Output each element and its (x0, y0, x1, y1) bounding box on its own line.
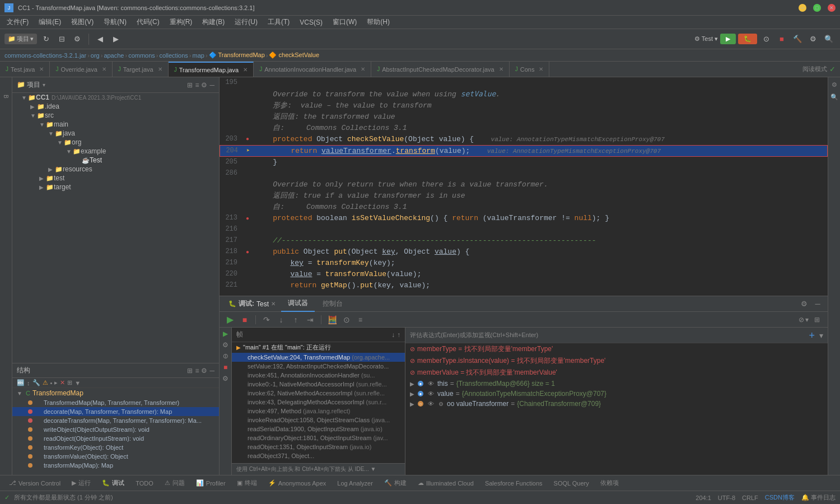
frame-checksetvalue[interactable]: checkSetValue:204, TransformedMap (org.a… (232, 353, 405, 362)
step-out-button[interactable]: ↑ (290, 314, 302, 326)
debug-more-mini[interactable]: ⚙ (222, 375, 228, 382)
breadcrumb-apache[interactable]: apache (104, 52, 124, 59)
close-button[interactable]: ✕ (828, 4, 836, 12)
struct-btn-8[interactable]: ⊞ (67, 379, 72, 386)
breadcrumb-commons[interactable]: commons (128, 52, 155, 59)
var-this[interactable]: ▶ ● 👁 this = {TransformedMap@666} size =… (405, 379, 828, 389)
debug-resume-button[interactable]: ▶ (224, 314, 236, 326)
frames-tool-2[interactable]: ↑ (397, 331, 400, 339)
struct-item-transformvalue[interactable]: transformValue(Object): Object (12, 452, 219, 461)
breakpoint-203[interactable]: ● (246, 135, 249, 143)
debug-stop-button[interactable]: ■ (239, 314, 251, 326)
var-membertype-instance[interactable]: ⊘ memberType.isInstance(value) = 找不到局部变量… (405, 355, 828, 367)
tree-item-main[interactable]: ▼ 📁 main (12, 120, 219, 129)
var-membertype[interactable]: ⊘ memberType = 找不到局部变量'memberType' (405, 343, 828, 355)
struct-item-transformmap[interactable]: transformMap(Map): Map (12, 461, 219, 470)
menu-code[interactable]: 代码(C) (132, 16, 164, 28)
struct-item-readobject[interactable]: readObject(ObjectInputStream): void (12, 434, 219, 443)
event-log[interactable]: 🔔 事件日志 (801, 493, 836, 502)
show-all-threads-button[interactable]: ≡ (355, 316, 366, 324)
search-button[interactable]: 🔍 (822, 32, 836, 46)
menu-refactor[interactable]: 重构(R) (165, 16, 197, 28)
bottom-build[interactable]: 🔨 构建 (380, 478, 411, 488)
tree-item-idea[interactable]: ▶ 📁 .idea (12, 102, 219, 111)
debug-layout-button[interactable]: ⊞ (811, 314, 823, 326)
line-col-status[interactable]: 204:1 (696, 494, 711, 501)
debug-options-mini[interactable]: ⚙ (222, 341, 228, 349)
debug-settings-button[interactable]: ⚙ (799, 298, 810, 310)
show-exec-point-button[interactable]: ⊙ (340, 314, 353, 326)
struct-tool-1[interactable]: ⊞ (187, 367, 193, 375)
line-sep-status[interactable]: CRLF (742, 494, 758, 501)
collapse-all-button[interactable]: ⊟ (55, 32, 68, 46)
sync-button[interactable]: ↻ (39, 32, 53, 46)
tree-item-resources[interactable]: ▶ 📁 resources (12, 165, 219, 174)
debug-resume-mini[interactable]: ▶ (223, 330, 228, 338)
struct-btn-5[interactable]: • (50, 380, 53, 386)
coverage-button[interactable]: ⊙ (759, 32, 773, 46)
back-button[interactable]: ◀ (94, 32, 107, 46)
tab-cons-java[interactable]: J Cons ✕ (510, 62, 550, 77)
project-tool-2[interactable]: ≡ (195, 81, 199, 89)
struct-item-transformkey[interactable]: transformKey(Object): Object (12, 443, 219, 452)
tab-annotation-close[interactable]: ✕ (361, 66, 365, 72)
struct-item-constructor[interactable]: TransformedMap(Map, Transformer, Transfo… (12, 398, 219, 407)
menu-tools[interactable]: 工具(T) (263, 16, 294, 28)
struct-btn-4[interactable]: ⚠ (43, 379, 48, 386)
encoding-status[interactable]: UTF-8 (718, 494, 735, 501)
right-icon-2[interactable]: 🔍 (829, 92, 839, 102)
csdn-link[interactable]: CSDN博客 (765, 493, 795, 502)
tab-cons-close[interactable]: ✕ (539, 66, 543, 72)
frame-invokereadobject[interactable]: invokeReadObject:1058, ObjectStreamClass… (232, 416, 405, 424)
breadcrumb-transformedmap[interactable]: 🔷 TransformedMap (209, 52, 265, 59)
frame-invoke0[interactable]: invoke0:-1, NativeMethodAccessorImpl (su… (232, 380, 405, 389)
bottom-deps[interactable]: 依赖项 (596, 478, 623, 488)
tree-item-java[interactable]: ▼ 📁 java (12, 129, 219, 138)
read-mode-check[interactable]: ✓ (829, 65, 836, 73)
struct-btn-9[interactable]: ▼ (74, 380, 81, 386)
breadcrumb-checksetvalue[interactable]: 🔶 checkSetValue (269, 52, 319, 59)
run-to-cursor-button[interactable]: ⇥ (304, 314, 316, 326)
tree-item-org[interactable]: ▼ 📁 org (12, 138, 219, 147)
struct-btn-6[interactable]: ▸ (54, 379, 58, 386)
tab-test-java[interactable]: J Test.java ✕ (0, 62, 50, 77)
var-this-expand[interactable]: ▶ (410, 381, 414, 387)
tree-item-example[interactable]: ▼ 📁 example (12, 147, 219, 156)
stop-button[interactable]: ■ (775, 32, 788, 46)
step-over-button[interactable]: ↷ (260, 314, 273, 326)
forward-button[interactable]: ▶ (109, 32, 123, 46)
debug-minimize-button[interactable]: ─ (812, 298, 823, 310)
menu-file[interactable]: 文件(F) (2, 16, 33, 28)
project-tool-minimize[interactable]: ─ (209, 81, 214, 89)
bottom-log-analyzer[interactable]: Log Analyzer (333, 479, 377, 488)
debug-stop-mini[interactable]: ■ (223, 363, 227, 371)
struct-item-writeobject[interactable]: writeObject(ObjectOutputStream): void (12, 425, 219, 434)
struct-item-class[interactable]: ▼ C TransformedMap (12, 388, 219, 398)
breadcrumb-map[interactable]: map (193, 52, 204, 59)
project-tool-1[interactable]: ⊞ (187, 81, 193, 89)
read-mode-button[interactable]: 阅读模式 (802, 65, 827, 73)
frame-readobject-1351[interactable]: readObject:1351, ObjectInputStream (java… (232, 442, 405, 451)
run-button[interactable]: ▶ (720, 34, 736, 44)
menu-vcs[interactable]: VCS(S) (295, 17, 327, 27)
bottom-run[interactable]: ▶ 运行 (67, 478, 95, 488)
frame-invoke-43[interactable]: invoke:43, DelegatingMethodAccessorImpl … (232, 398, 405, 407)
struct-btn-7[interactable]: ✕ (60, 379, 65, 386)
bottom-profiler[interactable]: 📊 Profiler (192, 478, 230, 488)
tab-target-close[interactable]: ✕ (158, 66, 162, 72)
breadcrumb-collections[interactable]: collections (160, 52, 188, 59)
maximize-button[interactable]: □ (813, 4, 821, 12)
project-selector[interactable]: 📁 项目 ▾ (4, 34, 37, 44)
breakpoint-213[interactable]: ● (246, 214, 249, 223)
right-icon-1[interactable]: ⚙ (829, 80, 839, 90)
struct-tool-2[interactable]: ≡ (195, 367, 199, 375)
project-dropdown-icon[interactable]: ▾ (43, 82, 45, 88)
menu-window[interactable]: 窗口(W) (328, 16, 361, 28)
menu-help[interactable]: 帮助(H) (362, 16, 394, 28)
bottom-anonymous-apex[interactable]: ⚡ Anonymous Apex (264, 478, 331, 488)
evaluate-button[interactable]: 🧮 (326, 314, 338, 326)
tree-item-test-dir[interactable]: ▶ 📁 test (12, 174, 219, 183)
var-membervalue[interactable]: ⊘ memberValue = 找不到局部变量'memberValue' (405, 367, 828, 379)
tab-abstract-close[interactable]: ✕ (499, 66, 503, 72)
step-into-button[interactable]: ↓ (275, 314, 287, 326)
